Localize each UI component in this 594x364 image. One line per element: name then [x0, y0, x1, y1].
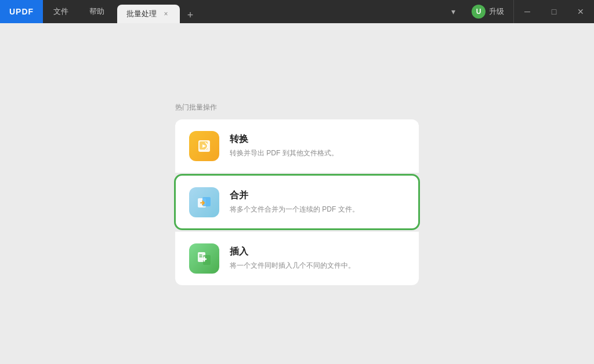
- app-logo[interactable]: UPDF: [0, 0, 43, 23]
- operation-card-merge[interactable]: 合并将多个文件合并为一个连续的 PDF 文件。: [175, 175, 419, 229]
- merge-desc: 将多个文件合并为一个连续的 PDF 文件。: [230, 204, 405, 214]
- convert-info: 转换转换并导出 PDF 到其他文件格式。: [230, 133, 405, 158]
- logo-text: UPDF: [9, 7, 34, 16]
- avatar: U: [472, 5, 486, 19]
- tab-bar: 批量处理 × +: [117, 0, 444, 23]
- tab-add-button[interactable]: +: [182, 7, 198, 23]
- insert-desc: 将一个文件同时插入几个不同的文件中。: [230, 260, 405, 271]
- operation-list: 转换转换并导出 PDF 到其他文件格式。 合并将多个文件合并为一个连续的 PDF…: [175, 119, 419, 285]
- operation-card-insert[interactable]: 插入将一个文件同时插入几个不同的文件中。: [175, 231, 419, 285]
- menu-bar: 文件 帮助: [43, 0, 115, 23]
- menu-file[interactable]: 文件: [43, 0, 79, 23]
- titlebar-right: ▾ U 升级 ─ □ ✕: [444, 0, 594, 23]
- insert-title: 插入: [230, 246, 405, 258]
- insert-icon: [189, 243, 219, 274]
- batch-panel: 热门批量操作 转换转换并导出 PDF 到其他文件格式。 合并将多个文件合并为一个…: [175, 103, 419, 285]
- window-dropdown[interactable]: ▾: [444, 7, 462, 16]
- convert-desc: 转换并导出 PDF 到其他文件格式。: [230, 148, 405, 158]
- main-content: 热门批量操作 转换转换并导出 PDF 到其他文件格式。 合并将多个文件合并为一个…: [0, 23, 594, 364]
- operation-card-convert[interactable]: 转换转换并导出 PDF 到其他文件格式。: [175, 119, 419, 173]
- tab-close-button[interactable]: ×: [161, 9, 171, 19]
- tab-label: 批量处理: [126, 9, 157, 19]
- convert-icon: [189, 131, 219, 161]
- merge-title: 合并: [230, 190, 405, 202]
- maximize-button[interactable]: □: [541, 0, 567, 23]
- convert-title: 转换: [230, 133, 405, 145]
- insert-info: 插入将一个文件同时插入几个不同的文件中。: [230, 246, 405, 271]
- titlebar: UPDF 文件 帮助 批量处理 × + ▾ U 升级 ─ □ ✕: [0, 0, 594, 23]
- menu-help[interactable]: 帮助: [79, 0, 115, 23]
- merge-icon: [189, 187, 219, 217]
- minimize-button[interactable]: ─: [514, 0, 541, 23]
- tab-batch[interactable]: 批量处理 ×: [117, 5, 180, 23]
- upgrade-button[interactable]: U 升级: [462, 0, 513, 23]
- merge-info: 合并将多个文件合并为一个连续的 PDF 文件。: [230, 190, 405, 214]
- close-button[interactable]: ✕: [567, 0, 594, 23]
- section-title: 热门批量操作: [175, 103, 419, 112]
- window-controls: ─ □ ✕: [513, 0, 594, 23]
- upgrade-label: 升级: [489, 6, 504, 17]
